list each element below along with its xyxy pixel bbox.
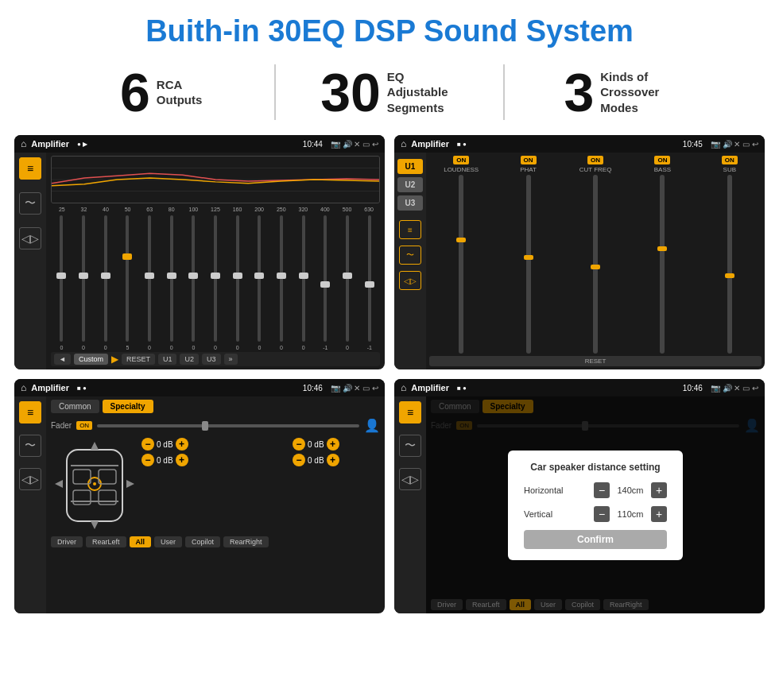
phat-slider[interactable] xyxy=(526,175,531,354)
btn-rearright[interactable]: RearRight xyxy=(223,536,269,547)
home-icon-1[interactable]: ⌂ xyxy=(21,138,26,149)
u1-selector[interactable]: U1 xyxy=(397,159,423,174)
db-minus-rearleft[interactable]: − xyxy=(141,454,154,466)
bottom-btns-4: Driver RearLeft All User Copilot RearRig… xyxy=(431,599,760,610)
home-icon-3[interactable]: ⌂ xyxy=(21,382,26,393)
stat-number-crossover: 3 xyxy=(564,65,594,119)
db-plus-driver[interactable]: + xyxy=(176,438,188,451)
home-icon-2[interactable]: ⌂ xyxy=(401,138,406,149)
sidebar-speaker-icon-3[interactable]: ◁▷ xyxy=(19,468,41,490)
eq-slider-8: 0 xyxy=(227,214,248,350)
btn-driver[interactable]: Driver xyxy=(51,536,83,547)
sidebar-1: ≡ 〜 ◁▷ xyxy=(14,153,46,369)
btn-user-4[interactable]: User xyxy=(534,599,562,610)
on-badge-cutfreq: ON xyxy=(587,156,603,164)
btn-copilot-4[interactable]: Copilot xyxy=(565,599,600,610)
time-2: 10:45 xyxy=(683,140,703,149)
cutfreq-slider[interactable] xyxy=(593,175,598,354)
btn-all[interactable]: All xyxy=(130,536,152,547)
prev-btn[interactable]: ◄ xyxy=(54,354,71,365)
vertical-row: Vertical − 110cm + xyxy=(524,506,667,522)
u2-selector[interactable]: U2 xyxy=(397,177,423,192)
db-control-rearleft: − 0 dB + xyxy=(141,454,289,466)
u-eq-icon[interactable]: ≡ xyxy=(399,220,421,239)
more-btn[interactable]: » xyxy=(224,354,238,365)
db-minus-copilot[interactable]: − xyxy=(293,438,305,451)
u-speaker-icon[interactable]: ◁▷ xyxy=(399,271,421,290)
sidebar-wave-icon-4[interactable]: 〜 xyxy=(399,435,421,457)
screenshots-grid: ⌂ Amplifier ● ▶ 10:44 📷 🔊 ✕ ▭ ↩ ≡ 〜 ◁▷ xyxy=(0,132,779,623)
u3-selector[interactable]: U3 xyxy=(397,195,423,211)
u3-btn[interactable]: U3 xyxy=(202,354,221,365)
svg-marker-14 xyxy=(91,521,99,529)
btn-rearleft-4[interactable]: RearLeft xyxy=(466,599,506,610)
db-control-copilot: − 0 dB + xyxy=(293,438,380,451)
btn-copilot[interactable]: Copilot xyxy=(185,536,220,547)
u2-btn[interactable]: U2 xyxy=(180,354,199,365)
stat-eq: 30 EQ AdjustableSegments xyxy=(276,65,502,119)
horizontal-row: Horizontal − 140cm + xyxy=(524,482,667,498)
horizontal-value: 140cm xyxy=(614,485,646,495)
horizontal-minus[interactable]: − xyxy=(594,482,610,498)
sidebar-wave-icon-3[interactable]: 〜 xyxy=(19,435,41,457)
sidebar-speaker-icon[interactable]: ◁▷ xyxy=(19,227,41,249)
db-minus-rearright[interactable]: − xyxy=(293,454,305,466)
db-plus-copilot[interactable]: + xyxy=(327,438,339,451)
vertical-minus[interactable]: − xyxy=(594,506,610,522)
eq-slider-0: 0 xyxy=(51,214,72,350)
custom-btn[interactable]: Custom xyxy=(74,354,108,365)
sidebar-eq-icon-3[interactable]: ≡ xyxy=(19,401,41,423)
status-bar-4: ⌂ Amplifier ■ ● 10:46 📷 🔊 ✕ ▭ ↩ xyxy=(394,379,765,396)
horizontal-plus[interactable]: + xyxy=(651,482,667,498)
bass-slider[interactable] xyxy=(660,175,665,354)
sidebar-speaker-icon-4[interactable]: ◁▷ xyxy=(399,468,421,490)
sidebar-eq-icon[interactable]: ≡ xyxy=(19,157,41,180)
u1-btn[interactable]: U1 xyxy=(158,354,177,365)
screen3-left: ≡ 〜 ◁▷ xyxy=(14,396,46,613)
db-val-driver: 0 dB xyxy=(157,440,173,449)
vertical-control: − 110cm + xyxy=(594,506,667,522)
fader-track[interactable] xyxy=(97,424,359,427)
db-plus-rearright[interactable]: + xyxy=(327,454,339,466)
confirm-button[interactable]: Confirm xyxy=(524,530,667,549)
status-bar-2: ⌂ Amplifier ■ ● 10:45 📷 🔊 ✕ ▭ ↩ xyxy=(394,135,765,153)
s3-tabs: Common Specialty xyxy=(51,400,380,413)
sidebar-wave-icon[interactable]: 〜 xyxy=(19,192,41,215)
ctrl-label-sub: SUB xyxy=(723,166,736,173)
play-btn[interactable]: ▶ xyxy=(111,354,118,365)
btn-rearright-4[interactable]: RearRight xyxy=(603,599,649,610)
sub-slider[interactable] xyxy=(727,175,732,354)
eq-slider-13: 0 xyxy=(337,214,358,350)
btn-rearleft[interactable]: RearLeft xyxy=(86,536,126,547)
btn-all-4[interactable]: All xyxy=(510,599,532,610)
eq-slider-2: 0 xyxy=(95,214,116,350)
horizontal-control: − 140cm + xyxy=(594,482,667,498)
ctrl-phat: ON PHAT xyxy=(496,156,560,354)
eq-slider-10: 0 xyxy=(271,214,293,350)
eq-slider-14: -1 xyxy=(358,214,380,350)
u-wave-icon[interactable]: 〜 xyxy=(399,246,421,265)
btn-user[interactable]: User xyxy=(154,536,182,547)
sidebar-eq-icon-4[interactable]: ≡ xyxy=(399,401,421,423)
home-icon-4[interactable]: ⌂ xyxy=(401,382,406,393)
tab-common-3[interactable]: Common xyxy=(51,400,99,413)
reset-btn-s2[interactable]: RESET xyxy=(429,356,762,366)
tab-specialty-3[interactable]: Specialty xyxy=(103,400,153,413)
svg-marker-15 xyxy=(55,480,63,488)
eq-slider-12: -1 xyxy=(315,214,336,350)
eq-slider-4: 0 xyxy=(139,214,161,350)
reset-btn[interactable]: RESET xyxy=(122,354,155,365)
eq-graph xyxy=(51,156,380,203)
db-plus-rearleft[interactable]: + xyxy=(176,454,188,466)
screen4-left: ≡ 〜 ◁▷ xyxy=(394,396,426,613)
vertical-label: Vertical xyxy=(524,509,552,519)
btn-driver-4[interactable]: Driver xyxy=(431,599,463,610)
person-icon: 👤 xyxy=(364,418,380,433)
page-title: Buith-in 30EQ DSP Sound System xyxy=(0,0,779,56)
screen3-main: Common Specialty Fader ON 👤 − 0 dB xyxy=(46,396,385,613)
vertical-plus[interactable]: + xyxy=(651,506,667,522)
dots-3: ■ ● xyxy=(77,385,87,392)
ctrl-bass: ON BASS xyxy=(630,156,694,354)
loudness-slider[interactable] xyxy=(459,175,463,354)
db-minus-driver[interactable]: − xyxy=(141,438,154,451)
